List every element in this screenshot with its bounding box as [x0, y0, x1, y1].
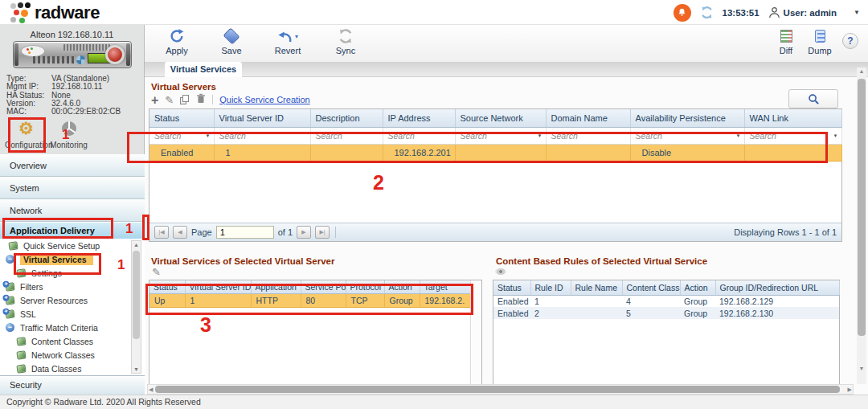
col-action[interactable]: Action: [680, 280, 715, 295]
col-virtual-server-id[interactable]: Virtual Server ID: [185, 280, 251, 293]
tab-strip: Virtual Services: [145, 62, 868, 77]
revert-caret-icon[interactable]: ▾: [295, 33, 298, 40]
sidebar-item-data-classes[interactable]: Data Classes: [0, 362, 145, 375]
col-action[interactable]: Action: [384, 280, 420, 293]
table-row[interactable]: Enabled 1 192.168.2.201 Disable: [149, 144, 841, 161]
col-content-class[interactable]: Content Class: [622, 280, 680, 295]
filter-domain-name[interactable]: Search: [546, 127, 630, 144]
sidebar-item-network-classes[interactable]: Network Classes: [0, 348, 145, 362]
sphere-minus-icon: −: [6, 323, 14, 332]
sidebar-item-system[interactable]: System: [0, 177, 145, 199]
cell-domain-name: [546, 144, 630, 161]
help-button[interactable]: ?: [842, 33, 858, 49]
sidebar-item-server-resources[interactable]: Server Resources: [0, 293, 145, 307]
dump-button[interactable]: Dump: [804, 27, 836, 55]
page-label: Page: [191, 227, 212, 237]
delete-trash-icon[interactable]: [196, 92, 206, 107]
filter-virtual-server-id[interactable]: Search: [214, 127, 310, 144]
col-protocol[interactable]: Protocol: [346, 280, 384, 293]
filter-ip-address[interactable]: Search: [383, 127, 455, 144]
save-label: Save: [206, 46, 257, 55]
col-group-url[interactable]: Group ID/Redirection URL: [715, 280, 839, 295]
sidebar-item-quick-service-setup[interactable]: Quick Service Setup: [0, 239, 145, 252]
filter-source-network[interactable]: Search▼: [455, 127, 546, 144]
scroll-down-icon[interactable]: ▼: [132, 366, 141, 372]
filter-description[interactable]: Search: [310, 127, 383, 144]
col-description[interactable]: Description: [310, 109, 383, 127]
clock: 13:53:51: [723, 8, 760, 18]
page-input[interactable]: [216, 226, 274, 239]
col-source-network[interactable]: Source Network: [455, 109, 546, 127]
table-row[interactable]: Enabled 2 5 Group 192.168.2.130: [493, 307, 839, 319]
sidebar-item-security[interactable]: Security: [0, 375, 145, 395]
table-row[interactable]: Enabled 1 4 Group 192.168.2.129: [493, 295, 839, 307]
refresh-icon[interactable]: [700, 6, 714, 19]
page-first-button[interactable]: |◀: [154, 226, 169, 239]
sidebar-item-traffic-match-criteria[interactable]: −Traffic Match Criteria: [0, 321, 145, 334]
info-label: MAC:: [6, 108, 51, 116]
col-rule-name[interactable]: Rule Name: [571, 280, 622, 295]
col-target[interactable]: Target: [420, 280, 470, 293]
sidebar-item-overview[interactable]: Overview: [0, 154, 145, 177]
page-next-button[interactable]: ▶: [297, 226, 311, 239]
page-prev-button[interactable]: ◀: [173, 226, 187, 239]
col-service-port[interactable]: Service Port: [301, 280, 346, 293]
sidebar-item-virtual-services[interactable]: −Virtual Services: [0, 252, 145, 266]
scroll-up-icon[interactable]: ▲: [132, 242, 141, 247]
filter-caret-icon: ▼: [538, 133, 542, 138]
sync-button[interactable]: Sync: [320, 27, 371, 55]
cell-status: Enabled: [493, 307, 530, 319]
table-row[interactable]: Up 1 HTTP 80 TCP Group 192.168.2.: [149, 293, 470, 307]
scroll-up-icon[interactable]: ▲: [857, 68, 866, 74]
filter-wan-link[interactable]: Search▼: [744, 127, 841, 144]
col-status[interactable]: Status: [149, 280, 185, 293]
sidebar-item-content-classes[interactable]: Content Classes: [0, 334, 145, 348]
edit-pencil-icon[interactable]: ✎: [152, 267, 161, 277]
revert-button[interactable]: ▾ Revert: [262, 27, 313, 55]
search-button[interactable]: [788, 89, 838, 108]
quick-service-creation-link[interactable]: Quick Service Creation: [219, 95, 310, 104]
vertical-scrollbar[interactable]: ▲ ▼: [857, 67, 866, 384]
col-ip-address[interactable]: IP Address: [383, 109, 455, 127]
sidebar-item-filters[interactable]: Filters: [0, 280, 145, 293]
filter-status[interactable]: Search▼: [149, 127, 214, 144]
notifications-bell-icon[interactable]: [674, 4, 691, 22]
tab-monitoring[interactable]: Monitoring: [47, 118, 90, 149]
diff-button[interactable]: Diff: [770, 27, 802, 55]
cell-availability-persistence: Disable: [630, 144, 744, 161]
tab-configuration[interactable]: ⚙ Configuration: [5, 118, 47, 149]
footer-copyright: Copyright © Radware Ltd. 2020 All Rights…: [0, 395, 868, 409]
sidebar-item-ssl[interactable]: SSL: [0, 307, 145, 321]
sidebar-item-settings[interactable]: Settings: [0, 266, 145, 280]
add-icon[interactable]: +: [151, 95, 158, 105]
user-menu-caret-icon[interactable]: ▼: [854, 9, 860, 16]
scroll-right-icon[interactable]: ▶: [848, 387, 852, 393]
eye-icon[interactable]: [495, 268, 506, 275]
user-menu[interactable]: User: admin: [768, 6, 837, 18]
col-status[interactable]: Status: [493, 280, 530, 295]
col-wan-link[interactable]: WAN Link: [744, 109, 841, 127]
col-status[interactable]: Status: [149, 109, 214, 127]
scrollbar-thumb[interactable]: [155, 386, 840, 393]
col-virtual-server-id[interactable]: Virtual Server ID: [214, 109, 310, 127]
edit-pencil-icon[interactable]: ✎: [165, 95, 174, 105]
col-application[interactable]: Application: [251, 280, 301, 293]
scroll-left-icon[interactable]: ◀: [149, 387, 153, 393]
sidebar-item-application-delivery[interactable]: Application Delivery: [0, 222, 145, 239]
tab-virtual-services[interactable]: Virtual Services: [165, 62, 242, 77]
col-rule-id[interactable]: Rule ID: [530, 280, 571, 295]
horizontal-scrollbar[interactable]: ◀ ▶: [147, 384, 854, 395]
scrollbar-thumb[interactable]: [858, 79, 866, 336]
filter-availability-persistence[interactable]: Search▼: [630, 127, 744, 144]
scrollbar-thumb[interactable]: [133, 251, 140, 339]
apply-button[interactable]: Apply: [151, 27, 203, 55]
cube-plus-icon: [5, 296, 14, 305]
submenu-scrollbar[interactable]: ▲ ▼: [131, 240, 141, 374]
col-availability-persistence[interactable]: Availability Persistence: [630, 109, 744, 127]
sidebar-item-network[interactable]: Network: [0, 199, 145, 222]
col-domain-name[interactable]: Domain Name: [546, 109, 630, 127]
page-last-button[interactable]: ▶|: [315, 226, 330, 239]
scroll-down-icon[interactable]: ▼: [857, 366, 866, 371]
save-button[interactable]: Save: [206, 27, 257, 55]
duplicate-icon[interactable]: [180, 95, 190, 104]
